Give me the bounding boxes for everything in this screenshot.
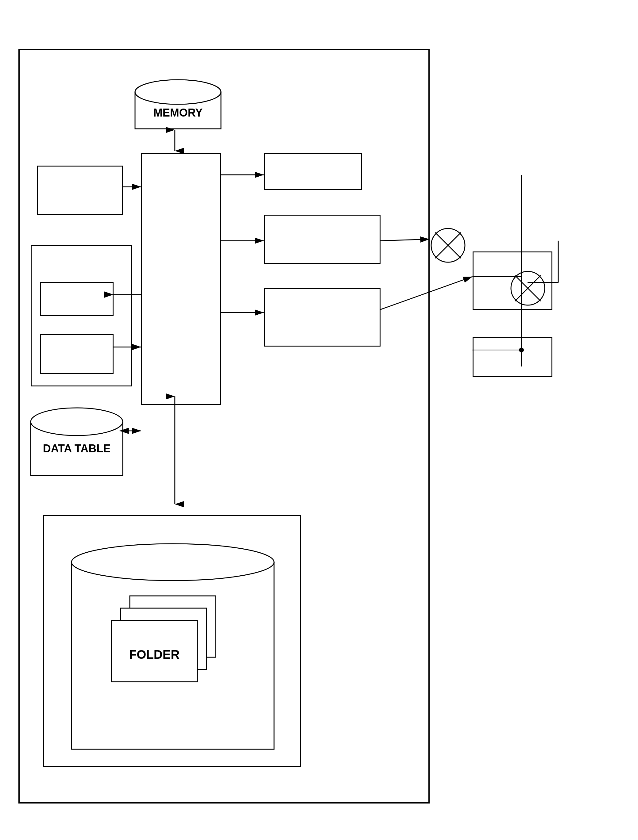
operation-label (36, 251, 126, 278)
data-table-component: DATA TABLE (28, 405, 126, 480)
svg-text:DATA TABLE: DATA TABLE (43, 442, 111, 455)
pstn-symbol (430, 227, 467, 265)
lcd-box (40, 282, 114, 316)
diagram-container: MEMORY (18, 49, 620, 822)
svg-text:MEMORY: MEMORY (154, 106, 203, 119)
internet-symbol (510, 270, 546, 308)
memory-component: MEMORY (132, 77, 224, 133)
folder-cylinder-svg: FOLDER (68, 541, 277, 755)
svg-point-5 (31, 408, 123, 436)
pstn-comm-box (264, 215, 380, 264)
svg-point-8 (71, 544, 274, 581)
printer-box (264, 153, 362, 190)
pstn-x-svg (430, 227, 467, 264)
client-box (473, 337, 553, 377)
touch-screen-box (40, 334, 114, 374)
svg-text:FOLDER: FOLDER (129, 648, 180, 661)
internet-x-svg (510, 270, 546, 307)
network-comm-box (264, 288, 380, 347)
folder-cylinder: FOLDER (68, 541, 277, 756)
image-scanner-box (37, 166, 123, 215)
data-table-cylinder-svg: DATA TABLE (28, 405, 126, 478)
page-title (0, 0, 638, 12)
memory-cylinder-svg: MEMORY (132, 77, 224, 132)
server-box: FOLDER (43, 515, 301, 767)
controller-box (141, 153, 221, 405)
